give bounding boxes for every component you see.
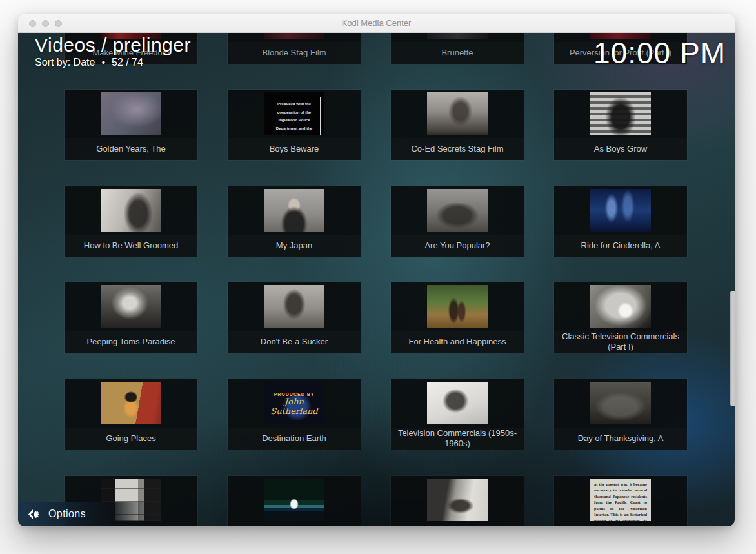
video-tile[interactable]: Don't Be a Sucker xyxy=(228,282,361,353)
video-thumbnail xyxy=(101,92,161,135)
video-title: Blonde Stag Film xyxy=(228,42,361,64)
video-title: Ride for Cinderella, A xyxy=(554,235,687,257)
video-thumbnail xyxy=(427,33,488,39)
video-thumbnail xyxy=(101,189,161,232)
window-title: Kodi Media Center xyxy=(18,14,735,32)
thumbnail-caption-text: Produced with the cooperation of the Ing… xyxy=(268,97,321,135)
video-tile[interactable]: Ride for Cinderella, A xyxy=(554,186,687,257)
video-tile[interactable]: at the present war, it became necessary … xyxy=(554,476,687,526)
video-title: Co-Ed Secrets Stag Film xyxy=(391,138,524,160)
video-tile[interactable]: PRODUCED BYJohn SutherlandDestination Ea… xyxy=(228,379,361,450)
thumbnail-document-text: at the present war, it became necessary … xyxy=(590,479,651,521)
video-thumbnail xyxy=(101,382,161,424)
separator-bullet: • xyxy=(101,57,105,68)
sort-by-label[interactable]: Sort by: Date xyxy=(35,57,95,68)
page-header: Videos / prelinger Sort by: Date • 52 / … xyxy=(35,34,191,68)
video-thumbnail xyxy=(101,285,161,328)
video-tile[interactable]: As Boys Grow xyxy=(554,90,687,160)
video-thumbnail xyxy=(264,285,324,328)
kodi-window: Kodi Media Center Make Mine FreedomBlond… xyxy=(18,14,735,526)
video-title: Destination Earth xyxy=(228,428,361,450)
page-title: Videos / prelinger xyxy=(35,34,191,56)
video-title: Golden Years, The xyxy=(65,138,197,160)
video-title: Brunette xyxy=(391,42,524,64)
chevron-gear-icon xyxy=(28,508,40,520)
video-thumbnail: PRODUCED BYJohn Sutherland xyxy=(264,382,324,424)
video-tile[interactable]: How to Be Well Groomed xyxy=(65,186,197,257)
thumbnail-credit-line: PRODUCED BY xyxy=(264,392,324,397)
video-title: Don't Be a Sucker xyxy=(228,331,361,353)
video-thumbnail xyxy=(427,92,488,135)
video-title: Classic Television Commercials (Part I) xyxy=(554,331,687,353)
video-tile[interactable]: Television Commercials (1950s-1960s) xyxy=(391,379,524,450)
video-tile[interactable] xyxy=(228,476,361,526)
video-grid: Make Mine FreedomBlonde Stag FilmBrunett… xyxy=(18,33,735,526)
video-title: Television Commercials (1950s-1960s) xyxy=(391,428,524,450)
video-thumbnail: Produced with the cooperation of the Ing… xyxy=(264,92,324,135)
video-tile[interactable]: Golden Years, The xyxy=(65,90,197,160)
video-thumbnail xyxy=(264,189,324,232)
video-tile[interactable]: My Japan xyxy=(228,186,361,257)
video-thumbnail xyxy=(427,382,488,424)
scrollbar-thumb[interactable] xyxy=(730,291,735,406)
video-tile[interactable]: Day of Thanksgiving, A xyxy=(554,379,687,450)
video-tile[interactable]: Co-Ed Secrets Stag Film xyxy=(391,90,524,160)
video-thumbnail xyxy=(427,479,488,521)
video-tile[interactable]: For Health and Happiness xyxy=(391,282,524,353)
desktop-background: Kodi Media Center Make Mine FreedomBlond… xyxy=(0,0,756,554)
video-title: Are You Popular? xyxy=(391,235,524,257)
video-title: My Japan xyxy=(228,235,361,257)
window-titlebar[interactable]: Kodi Media Center xyxy=(18,14,735,33)
video-title: How to Be Well Groomed xyxy=(65,235,197,257)
video-title: Day of Thanksgiving, A xyxy=(554,428,687,450)
options-label: Options xyxy=(48,508,86,520)
video-tile[interactable]: Going Places xyxy=(65,379,197,450)
video-tile[interactable]: Peeping Toms Paradise xyxy=(65,282,197,353)
video-thumbnail xyxy=(264,33,324,39)
video-tile[interactable] xyxy=(391,476,524,526)
video-tile[interactable]: Are You Popular? xyxy=(391,186,524,257)
video-tile[interactable]: Brunette xyxy=(391,33,524,64)
kodi-content: Make Mine FreedomBlonde Stag FilmBrunett… xyxy=(18,33,735,526)
video-tile[interactable]: Blonde Stag Film xyxy=(228,33,361,64)
video-thumbnail xyxy=(590,382,651,424)
clock: 10:00 PM xyxy=(593,35,726,70)
video-title: As Boys Grow xyxy=(554,138,687,160)
sort-line: Sort by: Date • 52 / 74 xyxy=(35,57,191,68)
video-tile[interactable]: Classic Television Commercials (Part I) xyxy=(554,282,687,353)
video-tile[interactable]: Produced with the cooperation of the Ing… xyxy=(228,90,361,160)
video-title: Peeping Toms Paradise xyxy=(65,331,197,353)
video-thumbnail xyxy=(427,189,488,232)
video-thumbnail xyxy=(590,189,651,232)
video-title: Going Places xyxy=(65,428,197,450)
video-title: For Health and Happiness xyxy=(391,331,524,353)
item-count: 52 / 74 xyxy=(112,57,143,68)
thumbnail-credit-name: John Sutherland xyxy=(264,397,324,416)
video-thumbnail xyxy=(264,479,324,521)
video-thumbnail xyxy=(590,285,651,328)
video-thumbnail: at the present war, it became necessary … xyxy=(590,479,651,521)
video-title: Boys Beware xyxy=(228,138,361,160)
options-button[interactable]: Options xyxy=(18,502,155,526)
video-thumbnail xyxy=(427,285,488,328)
video-thumbnail xyxy=(590,92,651,135)
